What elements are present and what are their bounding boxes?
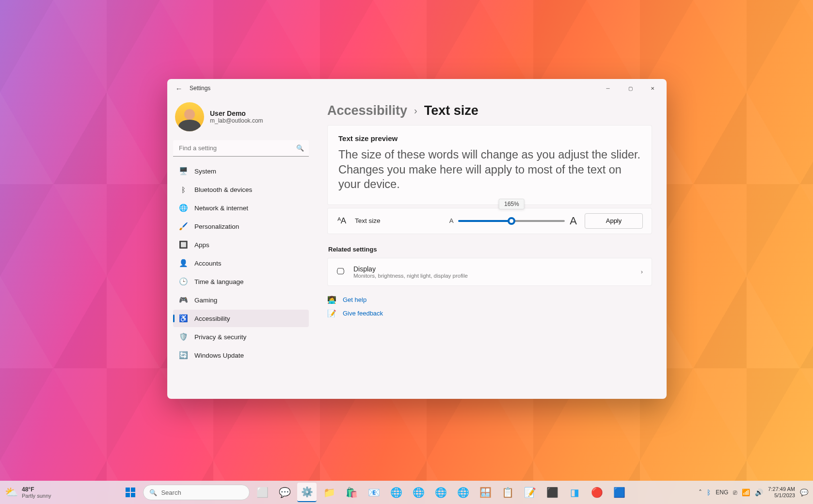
give-feedback-link[interactable]: 📝 Give feedback	[327, 309, 652, 318]
store-taskbar-icon[interactable]: 🛍️	[342, 483, 361, 502]
help-icon: 👩‍💻	[327, 296, 336, 304]
svg-rect-2	[126, 493, 130, 497]
taskbar-search[interactable]: 🔍 Search	[143, 485, 250, 500]
personalization-icon: 🖌️	[179, 222, 188, 231]
outlook-taskbar-icon[interactable]: 📧	[364, 483, 383, 502]
settings-window: ← Settings ─ ▢ ✕ User Demo m_lab@outlook…	[167, 79, 667, 399]
edge-taskbar-icon[interactable]: 🌐	[386, 483, 406, 502]
breadcrumb: Accessibility › Text size	[327, 103, 652, 118]
language-indicator[interactable]: ENG	[716, 489, 728, 496]
search-icon: 🔍	[149, 489, 157, 496]
slider-label: Text size	[355, 217, 381, 224]
sidebar-item-label: Accounts	[194, 260, 222, 267]
sidebar-item-accounts[interactable]: 👤Accounts	[173, 254, 309, 272]
text-size-preview-card: Text size preview The size of these word…	[327, 125, 652, 205]
big-a-icon: A	[570, 215, 577, 227]
edge-beta-icon[interactable]: 🌐	[409, 483, 428, 502]
sidebar-item-personalization[interactable]: 🖌️Personalization	[173, 218, 309, 235]
vscode-taskbar-icon[interactable]: ◨	[565, 483, 584, 502]
back-button[interactable]: ←	[170, 79, 188, 97]
notepad-taskbar-icon[interactable]: 📋	[498, 483, 517, 502]
weather-icon: ⛅	[5, 486, 18, 499]
privacy-security-icon: 🛡️	[179, 332, 188, 341]
display-settings-link[interactable]: 🖵 Display Monitors, brightness, night li…	[327, 258, 652, 286]
clock[interactable]: 7:27:49 AM 5/1/2023	[768, 486, 795, 499]
sidebar-item-gaming[interactable]: 🎮Gaming	[173, 291, 309, 309]
sidebar-item-label: Privacy & security	[194, 333, 246, 341]
taskbar: ⛅ 48°F Partly sunny 🔍 Search ⬜ 💬 ⚙️ 📁 🛍️…	[0, 481, 813, 504]
network-tray-icon[interactable]: 📶	[742, 488, 750, 496]
help-links: 👩‍💻 Get help 📝 Give feedback	[327, 296, 652, 318]
cast-tray-icon[interactable]: ⎚	[733, 488, 737, 496]
start-button[interactable]	[121, 483, 140, 502]
weather-widget[interactable]: ⛅ 48°F Partly sunny	[5, 486, 51, 499]
app-taskbar-icon[interactable]: 🟦	[609, 483, 629, 502]
get-help-link[interactable]: 👩‍💻 Get help	[327, 296, 652, 304]
slider-area: A 165% A	[449, 215, 577, 227]
sidebar-item-label: Accessibility	[194, 315, 230, 322]
chevron-right-icon: ›	[414, 105, 417, 116]
svg-rect-1	[131, 488, 135, 492]
text-size-icon: ᴬA	[336, 216, 347, 226]
apps-icon: 🔲	[179, 240, 188, 249]
sidebar-item-bluetooth-devices[interactable]: ᛒBluetooth & devices	[173, 181, 309, 198]
gaming-icon: 🎮	[179, 296, 188, 304]
sidebar-item-time-language[interactable]: 🕒Time & language	[173, 273, 309, 290]
svg-rect-3	[131, 493, 135, 497]
system-tray: ˄ ᛒ ENG ⎚ 📶 🔊 7:27:49 AM 5/1/2023 💬	[699, 486, 808, 499]
apply-button[interactable]: Apply	[585, 213, 643, 229]
notifications-tray-icon[interactable]: 💬	[800, 488, 808, 496]
get-help-label: Get help	[343, 296, 367, 303]
bluetooth-devices-icon: ᛒ	[179, 185, 188, 194]
sidebar-item-system[interactable]: 🖥️System	[173, 162, 309, 180]
accounts-icon: 👤	[179, 259, 188, 268]
winver-icon[interactable]: 🪟	[476, 483, 495, 502]
edge-canary-icon[interactable]: 🌐	[453, 483, 473, 502]
user-name: User Demo	[210, 110, 263, 117]
search-box: 🔍	[173, 140, 309, 157]
feedback-icon: 📝	[327, 309, 336, 318]
minimize-button[interactable]: ─	[597, 80, 619, 96]
small-a-icon: A	[449, 217, 454, 224]
sidebar-item-network-internet[interactable]: 🌐Network & internet	[173, 199, 309, 217]
weather-desc: Partly sunny	[22, 493, 51, 499]
taskbar-center: 🔍 Search ⬜ 💬 ⚙️ 📁 🛍️ 📧 🌐 🌐 🌐 🌐 🪟 📋 📝 ⬛ ◨…	[51, 483, 699, 502]
related-subtitle: Monitors, brightness, night light, displ…	[353, 273, 468, 279]
tray-chevron-icon[interactable]: ˄	[699, 488, 702, 496]
time-language-icon: 🕒	[179, 277, 188, 286]
explorer-taskbar-icon[interactable]: 📁	[319, 483, 339, 502]
preview-body: The size of these words will change as y…	[338, 147, 641, 192]
user-profile[interactable]: User Demo m_lab@outlook.com	[173, 99, 309, 140]
tray-time: 7:27:49 AM	[768, 486, 795, 492]
titlebar: ← Settings ─ ▢ ✕	[167, 79, 667, 97]
sticky-notes-icon[interactable]: 📝	[520, 483, 540, 502]
svg-rect-0	[126, 488, 130, 492]
text-size-slider[interactable]: 165%	[458, 220, 565, 222]
chrome-taskbar-icon[interactable]: 🔴	[587, 483, 606, 502]
sidebar-item-label: Bluetooth & devices	[194, 186, 252, 193]
close-button[interactable]: ✕	[641, 80, 664, 96]
bluetooth-tray-icon[interactable]: ᛒ	[707, 488, 711, 496]
sidebar-item-label: Time & language	[194, 278, 244, 285]
text-size-slider-card: ᴬA Text size A 165% A Apply	[327, 208, 652, 234]
task-view-button[interactable]: ⬜	[253, 483, 272, 502]
sidebar-item-label: Gaming	[194, 297, 217, 304]
content: Accessibility › Text size Text size prev…	[315, 97, 667, 399]
maximize-button[interactable]: ▢	[619, 80, 641, 96]
sidebar-item-apps[interactable]: 🔲Apps	[173, 236, 309, 253]
breadcrumb-current: Text size	[424, 103, 478, 118]
search-input[interactable]	[173, 140, 309, 157]
sidebar-item-accessibility[interactable]: ♿Accessibility	[173, 310, 309, 327]
sidebar-item-windows-update[interactable]: 🔄Windows Update	[173, 346, 309, 364]
slider-thumb[interactable]: 165%	[508, 217, 515, 225]
weather-temp: 48°F	[22, 486, 51, 493]
volume-tray-icon[interactable]: 🔊	[755, 488, 763, 496]
breadcrumb-parent[interactable]: Accessibility	[327, 103, 407, 118]
sidebar-item-privacy-security[interactable]: 🛡️Privacy & security	[173, 328, 309, 346]
preview-heading: Text size preview	[338, 134, 641, 142]
terminal-taskbar-icon[interactable]: ⬛	[542, 483, 562, 502]
chat-button[interactable]: 💬	[275, 483, 294, 502]
windows-icon	[125, 487, 136, 498]
settings-taskbar-icon[interactable]: ⚙️	[297, 483, 317, 502]
edge-dev-icon[interactable]: 🌐	[431, 483, 450, 502]
